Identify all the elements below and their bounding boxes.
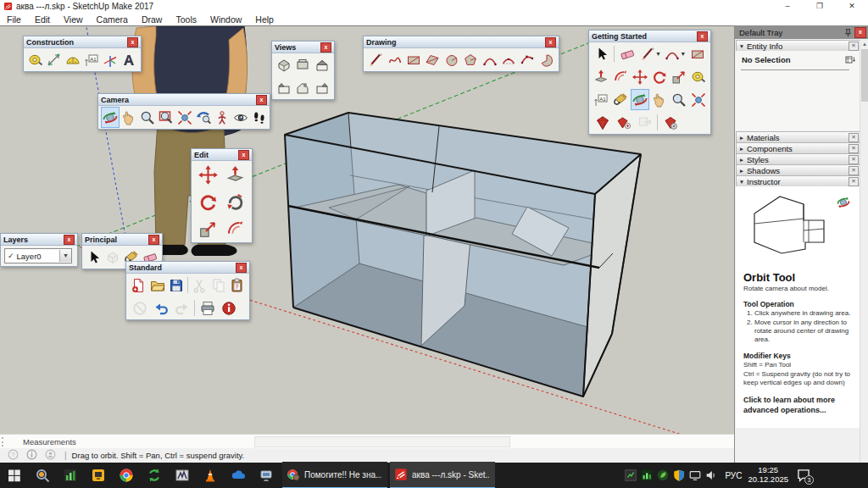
- taskbar-pc-app[interactable]: [252, 463, 280, 488]
- close-icon[interactable]: x: [320, 42, 331, 53]
- taskbar-chart-app[interactable]: [56, 463, 84, 488]
- taskbar-vlc[interactable]: [196, 463, 224, 488]
- close-icon[interactable]: ✕: [849, 166, 859, 175]
- sign-in-icon[interactable]: [45, 449, 56, 460]
- orbit-tool[interactable]: [101, 107, 120, 128]
- close-icon[interactable]: x: [127, 37, 138, 47]
- zoom-tool[interactable]: [669, 89, 688, 110]
- tape-measure-tool[interactable]: [26, 49, 45, 70]
- view-front-tool[interactable]: [313, 54, 331, 75]
- walk-tool[interactable]: [250, 107, 269, 128]
- zoom-previous-tool[interactable]: [194, 107, 213, 128]
- defender-shield-icon[interactable]: [672, 469, 686, 482]
- close-icon[interactable]: x: [545, 37, 556, 47]
- menu-camera[interactable]: Camera: [90, 14, 135, 25]
- print-tool[interactable]: [197, 297, 218, 319]
- warehouse-3d-tool[interactable]: [592, 112, 613, 133]
- taskbar-player-app[interactable]: [84, 463, 112, 488]
- eraser-tool[interactable]: [616, 43, 637, 64]
- tray-scrollbar[interactable]: ▲: [860, 40, 868, 463]
- paint-bucket-tool[interactable]: [611, 89, 631, 110]
- pie-tool[interactable]: [537, 49, 556, 70]
- view-back-tool[interactable]: [293, 77, 312, 98]
- collapse-icon[interactable]: ▼: [737, 179, 747, 185]
- taskbar-media-app[interactable]: [168, 463, 196, 488]
- pan-tool[interactable]: [120, 107, 138, 128]
- text-label-tool[interactable]: A1: [82, 49, 101, 70]
- toolbar-grip[interactable]: [2, 437, 6, 446]
- expand-icon[interactable]: ►: [737, 157, 747, 163]
- model-info-tool[interactable]: [218, 297, 239, 319]
- circle-tool[interactable]: [442, 49, 461, 70]
- orbit-tool[interactable]: [631, 89, 650, 110]
- 3d-text-tool[interactable]: [120, 49, 138, 70]
- taskbar-task[interactable]: аква ---л.skp - Sket...: [390, 462, 495, 488]
- line-tool[interactable]: [366, 49, 385, 70]
- follow-me-tool[interactable]: [221, 189, 248, 214]
- view-top-tool[interactable]: [293, 54, 312, 75]
- instructor-more-link[interactable]: Click to learn about more advanced opera…: [743, 396, 854, 415]
- scroll-up-icon[interactable]: ▲: [860, 40, 868, 48]
- display-icon-icon[interactable]: [688, 469, 702, 482]
- close-icon[interactable]: ✕: [849, 133, 859, 142]
- tape-measure-tool[interactable]: [688, 66, 708, 87]
- taskbar-search-people[interactable]: [28, 463, 56, 488]
- pan-tool[interactable]: [649, 89, 669, 110]
- axes-tool[interactable]: [101, 49, 120, 70]
- close-button[interactable]: ✕: [836, 0, 868, 13]
- undo-tool[interactable]: [150, 297, 171, 319]
- minimize-button[interactable]: –: [771, 0, 804, 13]
- component-tool[interactable]: [103, 247, 122, 268]
- tray-section-materials[interactable]: ►Materials✕: [736, 131, 861, 143]
- close-icon[interactable]: ✕: [849, 144, 859, 153]
- tray-section-shadows[interactable]: ►Shadows✕: [736, 164, 861, 176]
- maximize-button[interactable]: ❐: [804, 0, 836, 13]
- rotated-rectangle-tool[interactable]: [423, 49, 442, 70]
- scale-tool[interactable]: [669, 66, 688, 87]
- rectangle-tool[interactable]: [687, 43, 708, 64]
- protractor-tool[interactable]: [64, 49, 82, 70]
- pushpull-tool[interactable]: [221, 162, 248, 187]
- open-file-tool[interactable]: [147, 274, 166, 296]
- zoom-extents-tool[interactable]: [175, 107, 194, 128]
- menu-tools[interactable]: Tools: [169, 14, 203, 25]
- move-tool[interactable]: [194, 162, 221, 187]
- select-tool[interactable]: [592, 43, 612, 64]
- view-right-tool[interactable]: [275, 77, 293, 98]
- taskbar-task[interactable]: Помогите!! Не зна...: [282, 462, 387, 488]
- volume-icon-icon[interactable]: [704, 469, 718, 482]
- close-icon[interactable]: ✕: [849, 177, 859, 186]
- zoom-tool[interactable]: [138, 107, 157, 128]
- line-tool[interactable]: [637, 43, 658, 64]
- dimension-tool[interactable]: [45, 49, 64, 70]
- credit-info-icon[interactable]: [26, 449, 37, 460]
- arc-2pt-tool[interactable]: [499, 49, 518, 70]
- action-center-button[interactable]: 3: [795, 467, 812, 484]
- menu-file[interactable]: File: [0, 14, 28, 25]
- chevron-down-icon[interactable]: ▼: [59, 250, 71, 262]
- copy-tool[interactable]: [209, 274, 227, 296]
- freehand-tool[interactable]: [385, 49, 403, 70]
- send-layout-tool[interactable]: [634, 112, 655, 133]
- taskbar-chrome[interactable]: [112, 463, 140, 488]
- tray-section-instructor[interactable]: ▼Instructor✕: [736, 175, 861, 187]
- expand-icon[interactable]: ►: [737, 146, 747, 152]
- new-file-tool[interactable]: [129, 274, 147, 296]
- polygon-tool[interactable]: [461, 49, 480, 70]
- menu-draw[interactable]: Draw: [135, 14, 170, 25]
- tray-app-green-icon[interactable]: [624, 469, 637, 482]
- extension-warehouse-tool[interactable]: [613, 112, 634, 133]
- look-around-tool[interactable]: [231, 107, 250, 128]
- taskbar-cloud-app[interactable]: [224, 463, 252, 488]
- start-button[interactable]: [0, 463, 28, 488]
- move-tool[interactable]: [631, 66, 650, 87]
- tray-section-components[interactable]: ►Components✕: [736, 142, 861, 154]
- extension-manager-tool[interactable]: [659, 112, 681, 133]
- close-icon[interactable]: x: [697, 31, 708, 42]
- redo-tool[interactable]: [171, 297, 192, 319]
- rectangle-tool[interactable]: [404, 49, 423, 70]
- rotate-tool[interactable]: [194, 189, 221, 214]
- offset-tool[interactable]: [611, 66, 631, 87]
- zoom-window-tool[interactable]: [157, 107, 175, 128]
- close-icon[interactable]: x: [854, 27, 866, 38]
